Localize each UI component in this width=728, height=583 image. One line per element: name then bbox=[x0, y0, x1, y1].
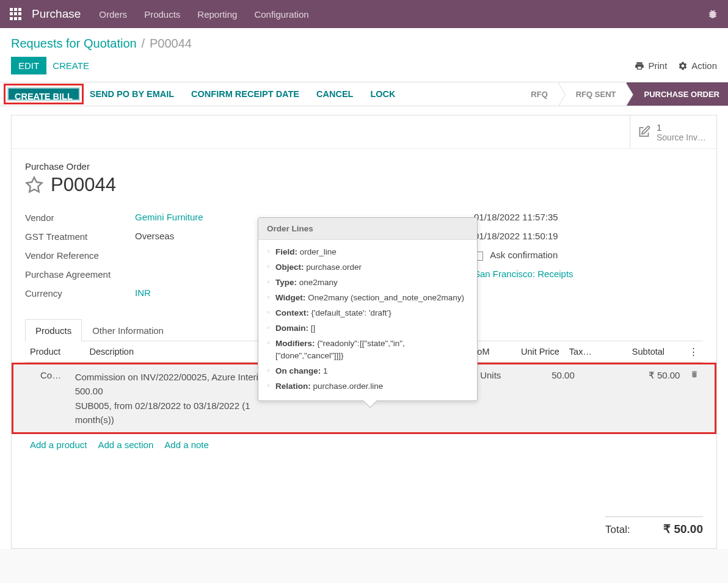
deliver-to-value[interactable]: San Francisco: Receipts bbox=[474, 269, 573, 281]
star-icon[interactable] bbox=[25, 176, 43, 194]
tooltip-title: Order Lines bbox=[258, 218, 477, 240]
ask-confirmation-field[interactable]: Ask confirmation bbox=[474, 250, 558, 263]
smart-count: 1 bbox=[657, 122, 661, 132]
add-section-link[interactable]: Add a section bbox=[98, 440, 153, 450]
order-date-value: 01/18/2022 11:57:35 bbox=[474, 212, 558, 225]
create-bill-button[interactable]: CREATE BILL bbox=[7, 87, 80, 101]
currency-value[interactable]: INR bbox=[135, 288, 151, 300]
action-label: Action bbox=[691, 60, 717, 71]
breadcrumb-root[interactable]: Requests for Quotation bbox=[11, 37, 137, 50]
step-rfq-sent[interactable]: RFQ SENT bbox=[559, 82, 627, 106]
edit-icon bbox=[638, 125, 650, 139]
lock-button[interactable]: LOCK bbox=[370, 89, 395, 99]
tooltip-relation: Relation: purchase.order.line bbox=[267, 379, 468, 394]
tooltip-onchange: On change: 1 bbox=[267, 364, 468, 379]
nav-orders[interactable]: Orders bbox=[99, 9, 127, 20]
cell-unit-price: 50.00 bbox=[515, 364, 579, 432]
trash-icon bbox=[690, 370, 699, 378]
cell-uom: Units bbox=[475, 364, 515, 432]
cell-subtotal: ₹ 50.00 bbox=[608, 364, 685, 432]
tooltip-widget: Widget: One2many (section_and_note_one2m… bbox=[267, 291, 468, 306]
cell-taxes bbox=[580, 364, 608, 432]
svg-marker-0 bbox=[27, 178, 42, 192]
cell-description: Commission on INV/2022/00025, Azure Inte… bbox=[70, 364, 283, 432]
action-bar: EDIT CREATE Print Action bbox=[0, 54, 728, 82]
smart-label: Source Invoice bbox=[657, 132, 709, 142]
step-purchase-order[interactable]: PURCHASE ORDER bbox=[627, 82, 728, 106]
breadcrumb: Requests for Quotation / P00044 bbox=[0, 28, 728, 54]
total-label: Total: bbox=[605, 524, 630, 536]
vendor-value[interactable]: Gemini Furniture bbox=[135, 212, 203, 225]
status-bar: CREATE BILL SEND PO BY EMAIL CONFIRM REC… bbox=[0, 82, 728, 106]
th-subtotal: Subtotal bbox=[597, 341, 669, 363]
smart-button-bar: 1 Source Invoice bbox=[12, 115, 716, 149]
status-steps: RFQ RFQ SENT PURCHASE ORDER bbox=[514, 82, 728, 106]
gst-label: GST Treatment bbox=[25, 231, 135, 244]
record-kind: Purchase Order bbox=[25, 161, 703, 172]
action-button[interactable]: Action bbox=[678, 60, 717, 71]
purchase-agreement-label: Purchase Agreement bbox=[25, 269, 135, 281]
tab-products[interactable]: Products bbox=[25, 319, 82, 341]
currency-label: Currency bbox=[25, 288, 135, 300]
tooltip-type: Type: one2many bbox=[267, 275, 468, 291]
create-button[interactable]: CREATE bbox=[46, 57, 95, 74]
tooltip-field: Field: order_line bbox=[267, 245, 468, 260]
tooltip-context: Context: {'default_state': 'draft'} bbox=[267, 306, 468, 321]
vendor-label: Vendor bbox=[25, 212, 135, 225]
gst-value: Overseas bbox=[135, 231, 174, 244]
print-label: Print bbox=[648, 60, 667, 71]
app-brand: Purchase bbox=[32, 7, 81, 21]
bug-icon[interactable] bbox=[707, 9, 718, 20]
print-icon bbox=[635, 61, 644, 71]
nav-configuration[interactable]: Configuration bbox=[254, 9, 308, 20]
nav-products[interactable]: Products bbox=[144, 9, 180, 20]
top-nav: Purchase Orders Products Reporting Confi… bbox=[0, 0, 728, 28]
delete-row-icon[interactable] bbox=[685, 364, 704, 432]
th-unit-price: Unit Price bbox=[504, 341, 564, 363]
tab-other-information[interactable]: Other Information bbox=[82, 319, 174, 341]
th-description: Description bbox=[84, 341, 283, 363]
nav-menu: Orders Products Reporting Configuration bbox=[99, 9, 308, 20]
send-po-button[interactable]: SEND PO BY EMAIL bbox=[90, 89, 174, 99]
breadcrumb-current: P00044 bbox=[150, 37, 192, 50]
gear-icon bbox=[678, 61, 688, 71]
tooltip-modifiers: Modifiers: {"readonly":[["state","in",["… bbox=[267, 336, 468, 364]
apps-icon[interactable] bbox=[10, 8, 22, 20]
cell-product: Commissi… bbox=[13, 364, 70, 432]
add-product-link[interactable]: Add a product bbox=[30, 440, 87, 450]
vendor-reference-label: Vendor Reference bbox=[25, 250, 135, 263]
th-taxes: Tax… bbox=[564, 341, 597, 363]
print-button[interactable]: Print bbox=[635, 60, 667, 71]
cancel-button[interactable]: CANCEL bbox=[316, 89, 353, 99]
tooltip-object: Object: purchase.order bbox=[267, 260, 468, 275]
breadcrumb-sep: / bbox=[142, 37, 145, 50]
source-invoice-button[interactable]: 1 Source Invoice bbox=[630, 115, 716, 148]
ask-confirmation-label: Ask confirmation bbox=[490, 250, 558, 260]
debug-tooltip: Order Lines Field: order_line Object: pu… bbox=[258, 217, 478, 401]
edit-button[interactable]: EDIT bbox=[11, 57, 46, 74]
step-rfq[interactable]: RFQ bbox=[514, 82, 558, 106]
total-value: ₹ 50.00 bbox=[663, 522, 703, 536]
confirm-receipt-button[interactable]: CONFIRM RECEIPT DATE bbox=[191, 89, 299, 99]
tooltip-domain: Domain: [] bbox=[267, 321, 468, 336]
confirm-date-value: 01/18/2022 11:50:19 bbox=[474, 231, 558, 244]
nav-reporting[interactable]: Reporting bbox=[197, 9, 237, 20]
record-name: P00044 bbox=[51, 174, 116, 196]
add-note-link[interactable]: Add a note bbox=[164, 440, 209, 450]
th-product: Product bbox=[25, 341, 84, 363]
kebab-icon[interactable]: ⋮ bbox=[684, 341, 703, 363]
highlight-create-bill: CREATE BILL bbox=[4, 84, 84, 104]
